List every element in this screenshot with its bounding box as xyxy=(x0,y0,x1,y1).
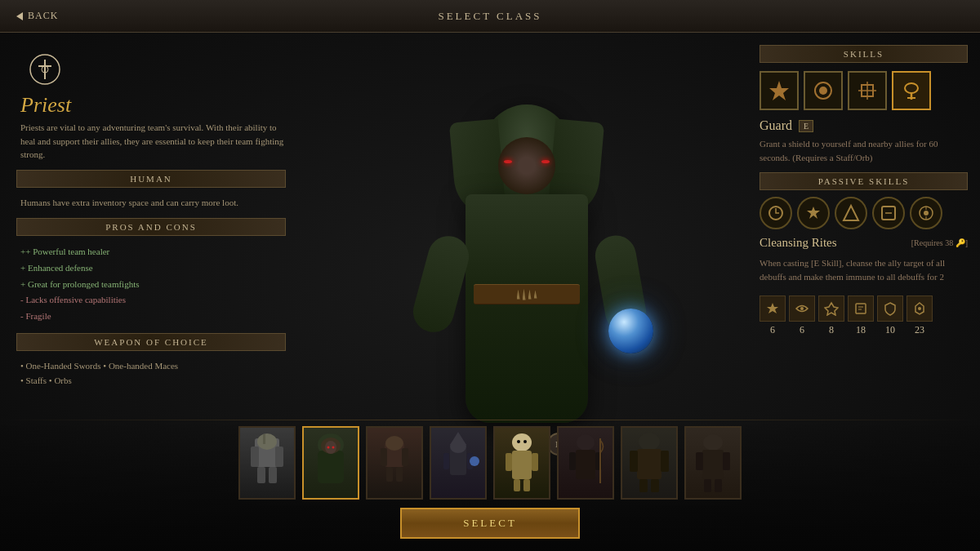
class-description: Priests are vital to any adventuring tea… xyxy=(20,121,286,162)
svg-rect-69 xyxy=(651,479,659,492)
rogue-thumb xyxy=(370,430,419,495)
skill-info: Guard E Grant a shield to yourself and n… xyxy=(760,118,968,164)
face xyxy=(498,137,555,194)
carousel-item-rogue[interactable] xyxy=(366,426,423,500)
svg-point-21 xyxy=(800,307,804,310)
svg-point-70 xyxy=(703,434,723,451)
carousel-item-ranger[interactable] xyxy=(557,426,614,500)
skill-name-text: Guard xyxy=(760,118,792,133)
pro-item: + Enhanced defense xyxy=(20,260,286,277)
svg-rect-52 xyxy=(512,451,532,479)
stat-wil-value: 10 xyxy=(885,324,895,336)
passive-section: PASSIVE SKILLS Cleansing xyxy=(760,172,968,283)
svg-rect-55 xyxy=(514,479,520,491)
passive-skills-label: PASSIVE SKILLS xyxy=(760,172,968,190)
race-label: HUMAN xyxy=(16,170,286,188)
svg-rect-42 xyxy=(402,448,408,466)
skills-label: SKILLS xyxy=(760,45,968,63)
priest-thumb xyxy=(306,430,355,495)
orb xyxy=(608,309,653,353)
stat-str: 6 xyxy=(760,295,786,336)
pros-cons-list: ++ Powerful team healer + Enhanced defen… xyxy=(20,244,286,325)
svg-rect-53 xyxy=(506,453,512,471)
svg-point-50 xyxy=(470,456,479,466)
top-bar: BACK SELECT CLASS xyxy=(0,0,980,33)
svg-rect-71 xyxy=(702,450,724,479)
svg-rect-43 xyxy=(386,467,393,482)
passive-icon-2[interactable] xyxy=(797,197,830,229)
race-description: Humans have extra inventory space and ca… xyxy=(20,196,286,211)
passive-name-text: Cleansing Rites xyxy=(760,236,837,250)
carousel-item-priest[interactable] xyxy=(302,426,359,500)
svg-rect-67 xyxy=(661,451,669,472)
class-carousel xyxy=(238,426,742,500)
svg-point-18 xyxy=(924,211,929,216)
wizard-thumb xyxy=(434,430,483,495)
carousel-item-wizard[interactable] xyxy=(430,426,487,500)
stat-dex-value: 8 xyxy=(829,324,834,336)
skill-icon-1[interactable] xyxy=(760,71,799,110)
svg-rect-68 xyxy=(639,479,648,492)
svg-rect-48 xyxy=(443,453,449,469)
skill-key-badge: E xyxy=(799,120,813,132)
stat-agi: 6 xyxy=(789,295,815,336)
svg-rect-34 xyxy=(318,451,344,483)
back-arrow-icon xyxy=(16,12,23,20)
dex-icon xyxy=(818,295,844,322)
skill-icon-2[interactable] xyxy=(804,71,843,110)
passive-icons xyxy=(760,197,968,229)
svg-point-57 xyxy=(517,440,520,443)
svg-point-25 xyxy=(918,307,921,310)
stat-dex: 8 xyxy=(818,295,844,336)
int-icon xyxy=(848,295,874,322)
stat-str-value: 6 xyxy=(770,324,775,336)
pros-cons-label: PROS AND CONS xyxy=(16,218,286,236)
svg-rect-74 xyxy=(704,479,711,492)
carousel-item-barbarian[interactable] xyxy=(621,426,678,500)
warlock-thumb xyxy=(688,430,737,495)
carousel-item-warlock[interactable] xyxy=(684,426,742,500)
svg-rect-60 xyxy=(576,450,595,479)
passive-description: When casting [E Skill], cleanse the ally… xyxy=(760,256,968,283)
svg-marker-4 xyxy=(769,81,789,100)
select-label: SELECT xyxy=(463,517,517,530)
skill-icon-3[interactable] xyxy=(848,71,887,110)
svg-marker-14 xyxy=(844,206,858,220)
svg-rect-61 xyxy=(569,452,576,470)
agi-icon xyxy=(789,295,815,322)
select-button[interactable]: SELECT xyxy=(400,508,580,539)
passive-icon-3[interactable] xyxy=(835,197,867,229)
str-icon xyxy=(760,295,786,322)
bard-thumb xyxy=(497,430,546,495)
barbarian-thumb xyxy=(625,430,674,495)
skills-icons xyxy=(760,71,968,110)
svg-point-40 xyxy=(385,436,403,451)
svg-point-58 xyxy=(523,440,527,443)
weapons-list: • One-Handed Swords • One-handed Maces •… xyxy=(20,359,286,388)
stat-int: 18 xyxy=(848,295,874,336)
svg-rect-56 xyxy=(523,479,530,491)
wil-icon xyxy=(877,295,903,322)
svg-marker-47 xyxy=(450,432,466,445)
passive-icon-5[interactable] xyxy=(910,197,942,229)
page-title: SELECT CLASS xyxy=(438,10,541,23)
stat-agi-value: 6 xyxy=(800,324,804,336)
passive-icon-4[interactable] xyxy=(872,197,905,229)
svg-point-37 xyxy=(327,447,330,449)
passive-icon-1[interactable] xyxy=(760,197,792,229)
svg-rect-75 xyxy=(715,479,722,492)
svg-point-64 xyxy=(639,433,660,451)
stats-row: 6 6 8 18 xyxy=(760,295,968,336)
back-button[interactable]: BACK xyxy=(16,10,58,22)
stat-wil: 10 xyxy=(877,295,903,336)
stat-int-value: 18 xyxy=(856,324,866,336)
skill-icon-4[interactable] xyxy=(892,71,931,110)
eye-left xyxy=(504,160,512,163)
carousel-item-bard[interactable] xyxy=(493,426,550,500)
left-panel: Priest Priests are vital to any adventur… xyxy=(0,33,302,551)
ranger-thumb xyxy=(561,430,610,495)
svg-rect-54 xyxy=(532,453,538,471)
svg-point-6 xyxy=(819,87,827,95)
passive-name-row: Cleansing Rites [Requires 38 🔑] xyxy=(760,236,968,250)
arm-left xyxy=(408,231,473,336)
